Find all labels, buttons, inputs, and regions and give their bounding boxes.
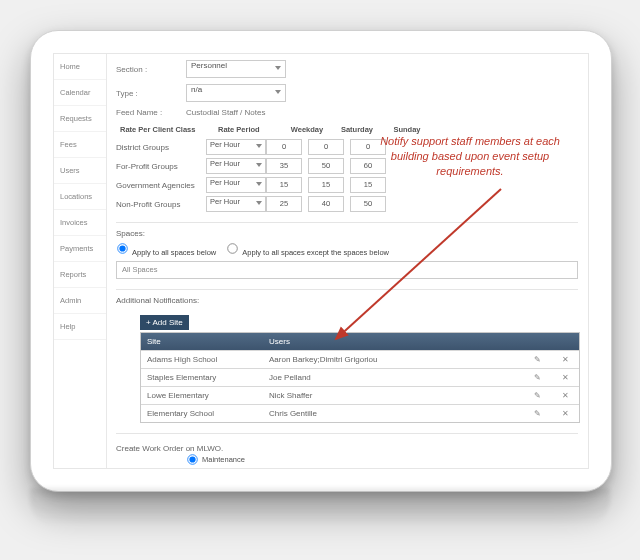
nav-payments[interactable]: Payments [54,236,106,262]
cell-users: Joe Pelland [263,369,523,386]
rate-row-label: Non-Profit Groups [116,200,206,209]
rate-saturday-input[interactable]: 50 [308,158,344,174]
cell-users: Aaron Barkey;Dimitri Grigoriou [263,351,523,368]
delete-icon[interactable]: ✕ [551,369,579,386]
app-screen: Home Calendar Requests Fees Users Locati… [53,53,589,469]
nav-reports[interactable]: Reports [54,262,106,288]
cell-site: Staples Elementary [141,369,263,386]
nav-requests[interactable]: Requests [54,106,106,132]
nav-invoices[interactable]: Invoices [54,210,106,236]
tablet-frame: Home Calendar Requests Fees Users Locati… [30,30,612,492]
rate-weekday-input[interactable]: 0 [266,139,302,155]
section-select[interactable]: Personnel [186,60,286,78]
rate-period-select[interactable]: Per Hour [206,158,266,174]
edit-icon[interactable]: ✎ [523,387,551,404]
spaces-opt2[interactable]: Apply to all spaces except the spaces be… [226,242,389,257]
rate-sunday-input[interactable]: 50 [350,196,386,212]
delete-icon[interactable]: ✕ [551,387,579,404]
cell-users: Nick Shaffer [263,387,523,404]
rate-row-label: For-Profit Groups [116,162,206,171]
rate-row: Government Agencies Per Hour 15 15 15 [116,177,578,193]
table-row: Staples Elementary Joe Pelland ✎ ✕ [141,368,579,386]
spaces-opt1[interactable]: Apply to all spaces below [116,242,216,257]
rate-row: Non-Profit Groups Per Hour 25 40 50 [116,196,578,212]
rate-period-select[interactable]: Per Hour [206,177,266,193]
notif-title: Additional Notifications: [116,296,578,305]
th-users: Users [263,333,523,350]
nav-admin[interactable]: Admin [54,288,106,314]
notif-table: Site Users Adams High School Aaron Barke… [140,332,580,423]
table-row: Elementary School Chris Gentille ✎ ✕ [141,404,579,422]
feedname-label: Feed Name : [116,108,186,117]
section-label: Section : [116,65,186,74]
edit-icon[interactable]: ✎ [523,351,551,368]
spaces-title: Spaces: [116,229,578,238]
nav-users[interactable]: Users [54,158,106,184]
rate-period-select[interactable]: Per Hour [206,139,266,155]
table-row: Adams High School Aaron Barkey;Dimitri G… [141,350,579,368]
rate-row-label: District Groups [116,143,206,152]
main-panel: Section : Personnel Type : n/a Feed Name… [106,54,588,468]
nav-locations[interactable]: Locations [54,184,106,210]
delete-icon[interactable]: ✕ [551,351,579,368]
type-select[interactable]: n/a [186,84,286,102]
table-row: Lowe Elementary Nick Shaffer ✎ ✕ [141,386,579,404]
rate-saturday-input[interactable]: 40 [308,196,344,212]
cell-site: Adams High School [141,351,263,368]
cell-site: Elementary School [141,405,263,422]
rate-weekday-input[interactable]: 35 [266,158,302,174]
th-site: Site [141,333,263,350]
nav-fees[interactable]: Fees [54,132,106,158]
rate-row-label: Government Agencies [116,181,206,190]
annotation-callout: Notify support staff members at each bui… [370,134,570,179]
cell-site: Lowe Elementary [141,387,263,404]
nav-home[interactable]: Home [54,54,106,80]
nav-help[interactable]: Help [54,314,106,340]
all-spaces-bar[interactable]: All Spaces [116,261,578,279]
tablet-reflection [30,488,610,528]
rate-saturday-input[interactable]: 0 [308,139,344,155]
edit-icon[interactable]: ✎ [523,405,551,422]
type-label: Type : [116,89,186,98]
wo-maintenance[interactable]: Maintenance [186,453,578,466]
nav-calendar[interactable]: Calendar [54,80,106,106]
rate-saturday-input[interactable]: 15 [308,177,344,193]
rate-title: Rate Per Client Class [116,123,214,136]
col-weekday: Weekday [282,123,332,136]
col-period: Rate Period [214,123,282,136]
rate-sunday-input[interactable]: 15 [350,177,386,193]
rate-weekday-input[interactable]: 25 [266,196,302,212]
cell-users: Chris Gentille [263,405,523,422]
add-site-button[interactable]: + Add Site [140,315,189,330]
edit-icon[interactable]: ✎ [523,369,551,386]
delete-icon[interactable]: ✕ [551,405,579,422]
sidenav: Home Calendar Requests Fees Users Locati… [54,54,107,468]
feedname-value: Custodial Staff / Notes [186,108,306,117]
rate-weekday-input[interactable]: 15 [266,177,302,193]
workorder-title: Create Work Order on MLWO. [116,444,578,453]
rate-period-select[interactable]: Per Hour [206,196,266,212]
